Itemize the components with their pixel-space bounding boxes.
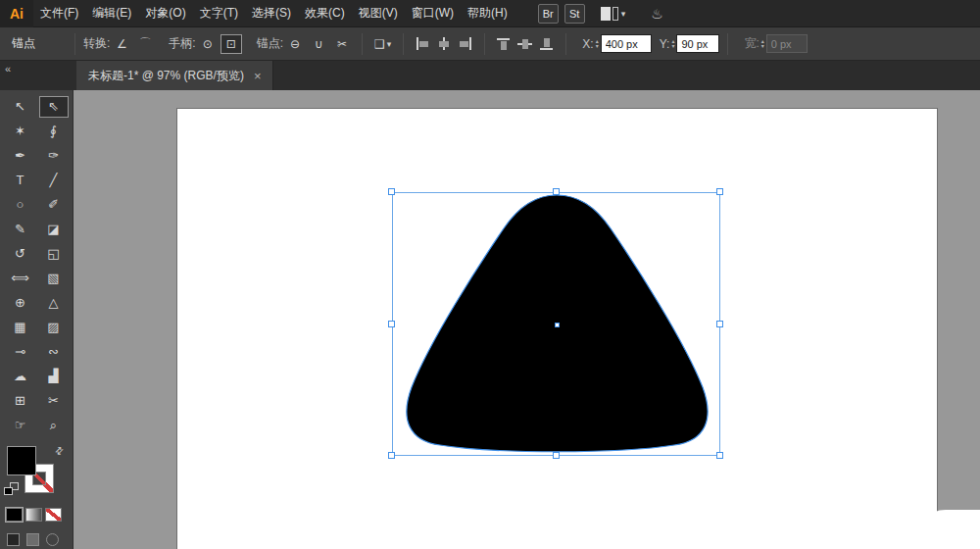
- app-logo[interactable]: Ai: [0, 0, 33, 27]
- chevron-down-icon: ▾: [621, 9, 626, 19]
- workspace-switcher[interactable]: ▾: [601, 7, 626, 21]
- blend-tool[interactable]: ∾: [39, 341, 69, 363]
- symbol-sprayer-tool[interactable]: ☁: [6, 366, 35, 387]
- menu-item-edit[interactable]: 编辑(E): [85, 0, 138, 27]
- paintbrush-tool[interactable]: ✐: [39, 194, 69, 216]
- draw-normal-icon[interactable]: [7, 533, 20, 546]
- pen-tool[interactable]: ✒: [6, 145, 35, 167]
- menu-item-view[interactable]: 视图(V): [352, 0, 405, 27]
- selection-handle-top-center[interactable]: [553, 188, 560, 195]
- ellipse-tool[interactable]: ○: [6, 194, 35, 216]
- lasso-tool[interactable]: ∮: [39, 121, 69, 142]
- draw-behind-icon[interactable]: [26, 533, 39, 546]
- cut-path-button[interactable]: ✂: [331, 34, 353, 54]
- selection-handle-bottom-right[interactable]: [716, 452, 723, 459]
- x-field-group: X: ▴ ▾: [582, 34, 651, 53]
- x-stepper[interactable]: ▴ ▾: [596, 39, 599, 49]
- menu-item-select[interactable]: 选择(S): [245, 0, 298, 27]
- connect-anchor-button[interactable]: ∪: [308, 34, 329, 54]
- vertical-align-bottom-button[interactable]: [537, 34, 557, 54]
- canvas[interactable]: [74, 90, 980, 549]
- eyedropper-tool[interactable]: ⊸: [6, 341, 35, 363]
- magic-wand-tool[interactable]: ✶: [6, 121, 35, 142]
- tools-panel-header[interactable]: «: [0, 61, 74, 90]
- anchors-label: 锚点:: [257, 35, 283, 52]
- gradient-button[interactable]: [25, 508, 42, 522]
- width-tool[interactable]: ⟺: [6, 268, 35, 289]
- default-fill-stroke-icon[interactable]: [4, 482, 22, 497]
- menu-item-object[interactable]: 对象(O): [138, 0, 192, 27]
- stock-badge[interactable]: St: [564, 4, 585, 24]
- menu-item-effect[interactable]: 效果(C): [298, 0, 352, 27]
- width-stepper: ▴ ▾: [761, 39, 764, 49]
- convert-to-corner-button[interactable]: ∠: [111, 34, 132, 54]
- menu-item-window[interactable]: 窗口(W): [405, 0, 461, 27]
- selection-bounding-box: [392, 192, 720, 456]
- swap-fill-stroke-icon[interactable]: ⇄: [52, 444, 66, 458]
- document-tab[interactable]: 未标题-1* @ 97% (RGB/预览) ×: [76, 61, 273, 90]
- isolate-object-button[interactable]: ❑ ▾: [374, 37, 391, 51]
- horizontal-align-right-button[interactable]: [456, 34, 475, 54]
- separator: [727, 33, 728, 55]
- mesh-tool[interactable]: ▦: [6, 317, 35, 338]
- hand-gesture-icon: ♨: [651, 6, 663, 22]
- y-input[interactable]: [676, 34, 719, 53]
- hide-handles-button[interactable]: ⊡: [220, 34, 242, 54]
- direct-selection-tool[interactable]: ⇖: [39, 96, 69, 118]
- y-stepper[interactable]: ▴ ▾: [671, 39, 674, 49]
- free-transform-tool[interactable]: ▧: [39, 268, 69, 289]
- selection-handle-bottom-left[interactable]: [388, 452, 395, 459]
- selection-tool[interactable]: ↖: [6, 96, 35, 118]
- artboard-tool[interactable]: ⊞: [6, 390, 35, 412]
- convert-to-smooth-button[interactable]: ⌒: [134, 34, 156, 54]
- menu-item-type[interactable]: 文字(T): [193, 0, 245, 27]
- selection-handle-top-right[interactable]: [716, 188, 723, 195]
- scale-tool[interactable]: ◱: [39, 243, 69, 265]
- remove-anchor-button[interactable]: ⊖: [284, 34, 306, 54]
- stepper-down-icon[interactable]: ▾: [671, 44, 674, 49]
- convert-label: 转换:: [83, 35, 110, 52]
- vertical-align-middle-button[interactable]: [515, 34, 535, 54]
- selection-handle-middle-left[interactable]: [388, 321, 395, 327]
- color-button[interactable]: [6, 508, 23, 522]
- tools-panel: ↖ ⇖ ✶ ∮ ✒ ✑ T ╱ ○ ✐ ✎ ◪ ↺ ◱ ⟺ ▧ ⊕ △ ▦ ▨ …: [0, 90, 74, 549]
- stepper-down-icon[interactable]: ▾: [596, 44, 599, 49]
- show-handles-button[interactable]: ⊙: [197, 34, 219, 54]
- color-mode-buttons: [6, 508, 62, 522]
- bridge-badge[interactable]: Br: [538, 4, 559, 24]
- zoom-tool[interactable]: ⌕: [39, 415, 69, 436]
- shape-center-point[interactable]: [555, 323, 560, 327]
- perspective-grid-tool[interactable]: △: [39, 292, 69, 314]
- x-input[interactable]: [601, 34, 652, 53]
- rotate-tool[interactable]: ↺: [6, 243, 35, 265]
- close-icon[interactable]: ×: [254, 69, 262, 83]
- column-graph-tool[interactable]: ▟: [39, 366, 69, 387]
- eraser-tool[interactable]: ◪: [39, 219, 69, 240]
- workspace-icon: [601, 7, 618, 21]
- menu-item-help[interactable]: 帮助(H): [461, 0, 514, 27]
- none-button[interactable]: [45, 508, 62, 522]
- selection-handle-top-left[interactable]: [388, 188, 395, 195]
- selection-handle-bottom-center[interactable]: [553, 452, 560, 459]
- draw-inside-icon[interactable]: [46, 533, 59, 546]
- horizontal-align-center-button[interactable]: [434, 34, 454, 54]
- menu-item-file[interactable]: 文件(F): [33, 0, 85, 27]
- curvature-tool[interactable]: ✑: [39, 145, 69, 167]
- shaper-tool[interactable]: ✎: [6, 219, 35, 240]
- type-tool[interactable]: T: [6, 170, 35, 191]
- hand-tool[interactable]: ☞: [6, 415, 35, 436]
- horizontal-align-left-button[interactable]: [413, 34, 432, 54]
- shape-builder-tool[interactable]: ⊕: [6, 292, 35, 314]
- fill-color-swatch[interactable]: [7, 446, 36, 475]
- line-segment-tool[interactable]: ╱: [39, 170, 69, 191]
- anchor-panel-label: 锚点: [12, 35, 35, 52]
- collapse-icon: «: [5, 63, 11, 75]
- slice-tool[interactable]: ✂: [39, 390, 69, 412]
- control-bar: 锚点 转换: ∠ ⌒ 手柄: ⊙ ⊡ 锚点: ⊖ ∪ ✂ ❑ ▾ X: ▴ ▾ …: [0, 27, 980, 61]
- selection-handle-middle-right[interactable]: [716, 321, 723, 327]
- isolate-object-icon: ❑: [374, 37, 385, 51]
- separator: [362, 33, 363, 55]
- width-label: 宽:: [744, 35, 759, 52]
- gradient-tool[interactable]: ▨: [39, 317, 69, 338]
- vertical-align-top-button[interactable]: [494, 34, 514, 54]
